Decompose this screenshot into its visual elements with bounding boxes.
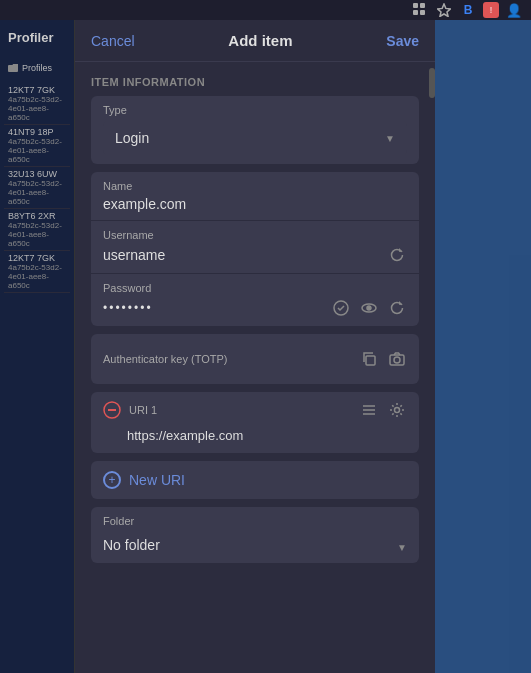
- folder-label: Folder: [91, 507, 419, 531]
- username-field-row: Username username: [91, 221, 419, 274]
- modal-title: Add item: [228, 32, 292, 49]
- ext1-icon: !: [483, 2, 499, 18]
- uri-label: URI 1: [129, 404, 351, 416]
- folder-field: Folder No folder: [91, 507, 419, 563]
- uri-value-row: [91, 428, 419, 453]
- svg-rect-9: [366, 356, 375, 365]
- sidebar-list: 12KT7 7GK 4a75b2c-53d2-4e01-aee8-a650c 4…: [0, 81, 74, 295]
- password-value-row: ••••••••: [103, 298, 407, 318]
- password-icons: [331, 298, 407, 318]
- svg-point-17: [395, 408, 400, 413]
- browser-topbar: B ! 👤: [0, 0, 531, 20]
- uri-input[interactable]: [127, 428, 407, 443]
- folder-icon: [8, 63, 18, 73]
- totp-icons: [359, 349, 407, 369]
- list-item[interactable]: 12KT7 7GK 4a75b2c-53d2-4e01-aee8-a650c: [4, 251, 70, 293]
- password-field-row: Password ••••••••: [91, 274, 419, 326]
- name-field-row: Name example.com: [91, 172, 419, 221]
- list-item[interactable]: 12KT7 7GK 4a75b2c-53d2-4e01-aee8-a650c: [4, 83, 70, 125]
- list-item[interactable]: B8YT6 2XR 4a75b2c-53d2-4e01-aee8-a650c: [4, 209, 70, 251]
- password-value[interactable]: ••••••••: [103, 301, 331, 315]
- password-check-button[interactable]: [331, 298, 351, 318]
- totp-copy-button[interactable]: [359, 349, 379, 369]
- svg-rect-0: [413, 3, 418, 8]
- type-select-wrapper: Login Secure Note Card Identity: [103, 120, 407, 156]
- save-button[interactable]: Save: [386, 33, 419, 49]
- list-icon: [361, 402, 377, 418]
- totp-field: Authenticator key (TOTP): [91, 334, 419, 384]
- check-circle-icon: [333, 300, 349, 316]
- totp-camera-button[interactable]: [387, 349, 407, 369]
- svg-marker-4: [438, 4, 451, 17]
- settings-icon: [389, 402, 405, 418]
- svg-point-11: [394, 357, 400, 363]
- uri-remove-button[interactable]: [103, 401, 121, 419]
- type-select[interactable]: Login Secure Note Card Identity: [103, 120, 407, 156]
- uri-options-button[interactable]: [359, 400, 379, 420]
- list-item[interactable]: 41NT9 18P 4a75b2c-53d2-4e01-aee8-a650c: [4, 125, 70, 167]
- list-item[interactable]: 32U13 6UW 4a75b2c-53d2-4e01-aee8-a650c: [4, 167, 70, 209]
- new-uri-button[interactable]: + New URI: [91, 461, 419, 499]
- type-field-group: Type Login Secure Note Card Identity: [91, 96, 419, 164]
- sidebar-profiles-label: Profiles: [22, 63, 52, 73]
- svg-rect-3: [420, 10, 425, 15]
- new-uri-label: New URI: [129, 472, 185, 488]
- username-value[interactable]: username: [103, 247, 387, 263]
- modal-panel: Cancel Add item Save ITEM INFORMATION Ty…: [75, 20, 435, 673]
- type-field-row: Type Login Secure Note Card Identity: [91, 96, 419, 164]
- svg-point-8: [367, 306, 371, 310]
- svg-rect-1: [420, 3, 425, 8]
- star-icon: [435, 1, 453, 19]
- modal-content: ITEM INFORMATION Type Login Secure Note …: [75, 62, 435, 673]
- minus-circle-icon: [103, 401, 121, 419]
- refresh-icon: [389, 247, 405, 263]
- username-icons: [387, 245, 407, 265]
- username-label: Username: [103, 229, 407, 241]
- section-label-item-info: ITEM INFORMATION: [91, 76, 419, 88]
- type-label: Type: [103, 104, 407, 116]
- uri-settings-button[interactable]: [387, 400, 407, 420]
- eye-icon: [361, 300, 377, 316]
- svg-rect-2: [413, 10, 418, 15]
- scrollbar[interactable]: [429, 68, 435, 98]
- credentials-field-group: Name example.com Username username: [91, 172, 419, 326]
- password-toggle-visibility-button[interactable]: [359, 298, 379, 318]
- username-value-row: username: [103, 245, 407, 265]
- copy-icon: [361, 351, 377, 367]
- sidebar-items: Profiles: [0, 55, 74, 81]
- new-uri-plus-icon: +: [103, 471, 121, 489]
- ext2-icon: 👤: [505, 1, 523, 19]
- refresh-icon-pw: [389, 300, 405, 316]
- sidebar-item-profiles[interactable]: Profiles: [0, 59, 74, 77]
- grid-icon: [411, 1, 429, 19]
- name-label: Name: [103, 180, 407, 192]
- uri-header-row: URI 1: [91, 392, 419, 428]
- bitwarden-icon: B: [459, 1, 477, 19]
- username-generate-button[interactable]: [387, 245, 407, 265]
- uri-container: URI 1: [91, 392, 419, 453]
- totp-label: Authenticator key (TOTP): [103, 353, 228, 365]
- sidebar: Profiler Profiles 12KT7 7GK 4a75b2c-53d2…: [0, 20, 75, 673]
- name-value[interactable]: example.com: [103, 196, 407, 212]
- password-generate-button[interactable]: [387, 298, 407, 318]
- modal-header: Cancel Add item Save: [75, 20, 435, 62]
- camera-icon: [389, 351, 405, 367]
- svg-rect-5: [8, 65, 18, 72]
- password-label: Password: [103, 282, 407, 294]
- cancel-button[interactable]: Cancel: [91, 33, 135, 49]
- folder-select[interactable]: No folder: [91, 531, 419, 563]
- folder-select-wrapper: No folder: [91, 531, 419, 563]
- sidebar-title: Profiler: [0, 20, 74, 55]
